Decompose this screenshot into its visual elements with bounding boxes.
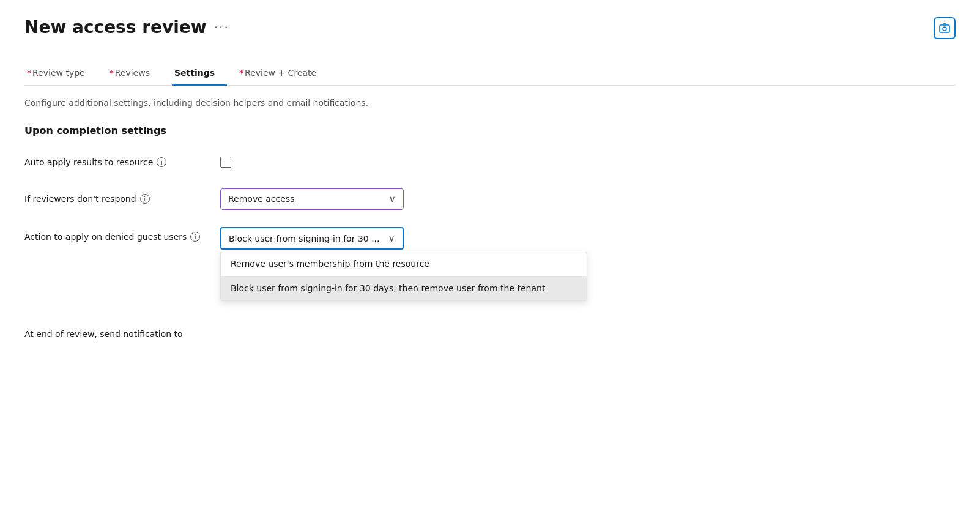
camera-icon-button[interactable] bbox=[934, 17, 956, 39]
required-star: * bbox=[27, 68, 31, 78]
form-row-denied-guest: Action to apply on denied guest users i … bbox=[24, 225, 956, 250]
dropdown-arrow-icon: ∨ bbox=[388, 193, 396, 205]
reviewers-respond-dropdown[interactable]: Remove access ∨ bbox=[220, 188, 404, 210]
tab-review-create[interactable]: *Review + Create bbox=[237, 62, 329, 85]
required-star: * bbox=[239, 68, 243, 78]
denied-guest-dropdown[interactable]: Block user from signing-in for 30 ... ∨ bbox=[220, 227, 404, 250]
form-label-reviewers-respond: If reviewers don't respond i bbox=[24, 194, 220, 204]
page-header: New access review ··· bbox=[24, 17, 956, 37]
denied-guest-dropdown-container: Block user from signing-in for 30 ... ∨ … bbox=[220, 227, 404, 250]
form-row-auto-apply: Auto apply results to resource i bbox=[24, 151, 956, 173]
more-options-button[interactable]: ··· bbox=[214, 20, 229, 35]
denied-guest-dropdown-menu: Remove user's membership from the resour… bbox=[220, 251, 587, 301]
section-title: Upon completion settings bbox=[24, 125, 956, 136]
form-label-denied-guest: Action to apply on denied guest users i bbox=[24, 227, 220, 242]
required-star: * bbox=[110, 68, 114, 78]
tab-reviews[interactable]: *Reviews bbox=[107, 62, 162, 85]
svg-rect-0 bbox=[940, 25, 949, 32]
dropdown-option-block-signin[interactable]: Block user from signing-in for 30 days, … bbox=[221, 276, 587, 300]
tab-settings[interactable]: Settings bbox=[172, 62, 227, 85]
info-icon-auto-apply[interactable]: i bbox=[157, 157, 166, 167]
tab-description: Configure additional settings, including… bbox=[24, 98, 956, 108]
svg-point-1 bbox=[943, 27, 946, 31]
dropdown-arrow-icon-denied: ∨ bbox=[388, 232, 395, 244]
page-title: New access review bbox=[24, 17, 207, 37]
dropdown-option-remove-membership[interactable]: Remove user's membership from the resour… bbox=[221, 251, 587, 276]
tab-review-type[interactable]: *Review type bbox=[24, 62, 97, 85]
tabs-navigation: *Review type *Reviews Settings *Review +… bbox=[24, 62, 956, 86]
info-icon-reviewers-respond[interactable]: i bbox=[140, 194, 150, 204]
form-row-reviewers-respond: If reviewers don't respond i Remove acce… bbox=[24, 188, 956, 210]
form-row-send-notification: At end of review, send notification to bbox=[24, 323, 956, 345]
form-label-send-notification: At end of review, send notification to bbox=[24, 329, 220, 339]
auto-apply-checkbox[interactable] bbox=[220, 157, 231, 168]
info-icon-denied-guest[interactable]: i bbox=[190, 232, 200, 242]
page-container: New access review ··· *Review type *Revi… bbox=[0, 0, 980, 377]
form-label-auto-apply: Auto apply results to resource i bbox=[24, 157, 220, 167]
